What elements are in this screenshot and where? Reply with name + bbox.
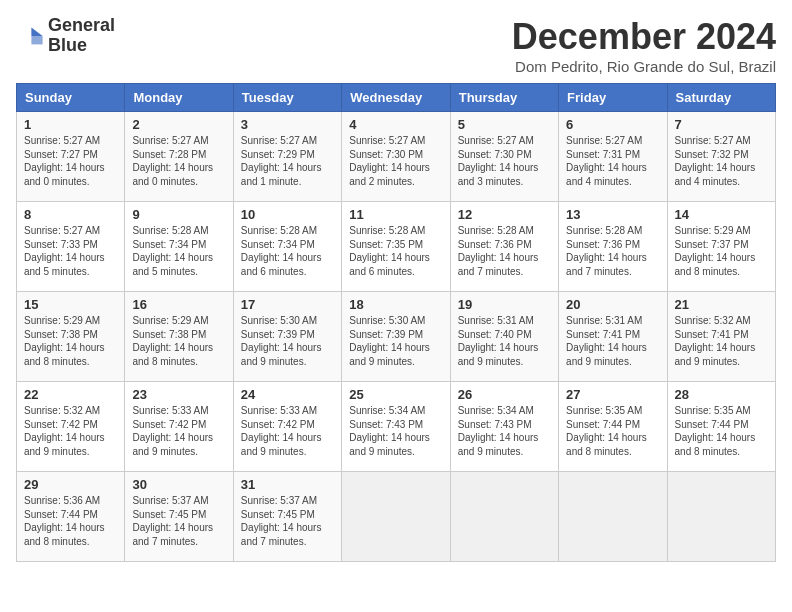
cell-content: Sunrise: 5:28 AM Sunset: 7:36 PM Dayligh…: [566, 224, 659, 278]
calendar-cell: 20 Sunrise: 5:31 AM Sunset: 7:41 PM Dayl…: [559, 292, 667, 382]
calendar-weekday-header: Monday: [125, 84, 233, 112]
cell-content: Sunrise: 5:28 AM Sunset: 7:34 PM Dayligh…: [132, 224, 225, 278]
day-number: 24: [241, 387, 334, 402]
title-block: December 2024 Dom Pedrito, Rio Grande do…: [512, 16, 776, 75]
cell-content: Sunrise: 5:37 AM Sunset: 7:45 PM Dayligh…: [241, 494, 334, 548]
day-number: 26: [458, 387, 551, 402]
cell-content: Sunrise: 5:31 AM Sunset: 7:41 PM Dayligh…: [566, 314, 659, 368]
calendar-cell: 18 Sunrise: 5:30 AM Sunset: 7:39 PM Dayl…: [342, 292, 450, 382]
calendar-cell: 4 Sunrise: 5:27 AM Sunset: 7:30 PM Dayli…: [342, 112, 450, 202]
calendar-weekday-header: Friday: [559, 84, 667, 112]
day-number: 29: [24, 477, 117, 492]
calendar-weekday-header: Tuesday: [233, 84, 341, 112]
day-number: 12: [458, 207, 551, 222]
calendar-cell: 29 Sunrise: 5:36 AM Sunset: 7:44 PM Dayl…: [17, 472, 125, 562]
calendar-table: SundayMondayTuesdayWednesdayThursdayFrid…: [16, 83, 776, 562]
calendar-cell: 6 Sunrise: 5:27 AM Sunset: 7:31 PM Dayli…: [559, 112, 667, 202]
cell-content: Sunrise: 5:27 AM Sunset: 7:33 PM Dayligh…: [24, 224, 117, 278]
logo-line2: Blue: [48, 36, 115, 56]
location-title: Dom Pedrito, Rio Grande do Sul, Brazil: [512, 58, 776, 75]
cell-content: Sunrise: 5:27 AM Sunset: 7:30 PM Dayligh…: [458, 134, 551, 188]
cell-content: Sunrise: 5:27 AM Sunset: 7:29 PM Dayligh…: [241, 134, 334, 188]
day-number: 4: [349, 117, 442, 132]
calendar-weekday-header: Wednesday: [342, 84, 450, 112]
calendar-cell: 8 Sunrise: 5:27 AM Sunset: 7:33 PM Dayli…: [17, 202, 125, 292]
calendar-cell: 28 Sunrise: 5:35 AM Sunset: 7:44 PM Dayl…: [667, 382, 775, 472]
calendar-header-row: SundayMondayTuesdayWednesdayThursdayFrid…: [17, 84, 776, 112]
calendar-week-row: 22 Sunrise: 5:32 AM Sunset: 7:42 PM Dayl…: [17, 382, 776, 472]
day-number: 11: [349, 207, 442, 222]
day-number: 18: [349, 297, 442, 312]
calendar-cell: 1 Sunrise: 5:27 AM Sunset: 7:27 PM Dayli…: [17, 112, 125, 202]
day-number: 31: [241, 477, 334, 492]
calendar-cell: 22 Sunrise: 5:32 AM Sunset: 7:42 PM Dayl…: [17, 382, 125, 472]
calendar-cell: 15 Sunrise: 5:29 AM Sunset: 7:38 PM Dayl…: [17, 292, 125, 382]
day-number: 7: [675, 117, 768, 132]
cell-content: Sunrise: 5:35 AM Sunset: 7:44 PM Dayligh…: [566, 404, 659, 458]
calendar-cell: 9 Sunrise: 5:28 AM Sunset: 7:34 PM Dayli…: [125, 202, 233, 292]
calendar-cell: 23 Sunrise: 5:33 AM Sunset: 7:42 PM Dayl…: [125, 382, 233, 472]
cell-content: Sunrise: 5:27 AM Sunset: 7:32 PM Dayligh…: [675, 134, 768, 188]
cell-content: Sunrise: 5:27 AM Sunset: 7:31 PM Dayligh…: [566, 134, 659, 188]
logo-icon: [16, 22, 44, 50]
day-number: 23: [132, 387, 225, 402]
day-number: 30: [132, 477, 225, 492]
day-number: 28: [675, 387, 768, 402]
calendar-weekday-header: Saturday: [667, 84, 775, 112]
calendar-cell: [559, 472, 667, 562]
calendar-cell: 19 Sunrise: 5:31 AM Sunset: 7:40 PM Dayl…: [450, 292, 558, 382]
calendar-cell: 13 Sunrise: 5:28 AM Sunset: 7:36 PM Dayl…: [559, 202, 667, 292]
calendar-week-row: 29 Sunrise: 5:36 AM Sunset: 7:44 PM Dayl…: [17, 472, 776, 562]
calendar-cell: 5 Sunrise: 5:27 AM Sunset: 7:30 PM Dayli…: [450, 112, 558, 202]
cell-content: Sunrise: 5:33 AM Sunset: 7:42 PM Dayligh…: [241, 404, 334, 458]
day-number: 27: [566, 387, 659, 402]
day-number: 14: [675, 207, 768, 222]
calendar-cell: [342, 472, 450, 562]
calendar-cell: 10 Sunrise: 5:28 AM Sunset: 7:34 PM Dayl…: [233, 202, 341, 292]
cell-content: Sunrise: 5:28 AM Sunset: 7:36 PM Dayligh…: [458, 224, 551, 278]
svg-marker-2: [31, 36, 42, 44]
cell-content: Sunrise: 5:35 AM Sunset: 7:44 PM Dayligh…: [675, 404, 768, 458]
day-number: 5: [458, 117, 551, 132]
cell-content: Sunrise: 5:37 AM Sunset: 7:45 PM Dayligh…: [132, 494, 225, 548]
calendar-cell: 2 Sunrise: 5:27 AM Sunset: 7:28 PM Dayli…: [125, 112, 233, 202]
day-number: 21: [675, 297, 768, 312]
calendar-body: 1 Sunrise: 5:27 AM Sunset: 7:27 PM Dayli…: [17, 112, 776, 562]
calendar-cell: [450, 472, 558, 562]
day-number: 17: [241, 297, 334, 312]
calendar-cell: [667, 472, 775, 562]
cell-content: Sunrise: 5:28 AM Sunset: 7:34 PM Dayligh…: [241, 224, 334, 278]
calendar-cell: 25 Sunrise: 5:34 AM Sunset: 7:43 PM Dayl…: [342, 382, 450, 472]
cell-content: Sunrise: 5:27 AM Sunset: 7:28 PM Dayligh…: [132, 134, 225, 188]
day-number: 13: [566, 207, 659, 222]
calendar-cell: 12 Sunrise: 5:28 AM Sunset: 7:36 PM Dayl…: [450, 202, 558, 292]
cell-content: Sunrise: 5:29 AM Sunset: 7:38 PM Dayligh…: [24, 314, 117, 368]
calendar-week-row: 1 Sunrise: 5:27 AM Sunset: 7:27 PM Dayli…: [17, 112, 776, 202]
calendar-cell: 21 Sunrise: 5:32 AM Sunset: 7:41 PM Dayl…: [667, 292, 775, 382]
calendar-cell: 26 Sunrise: 5:34 AM Sunset: 7:43 PM Dayl…: [450, 382, 558, 472]
calendar-cell: 27 Sunrise: 5:35 AM Sunset: 7:44 PM Dayl…: [559, 382, 667, 472]
calendar-cell: 3 Sunrise: 5:27 AM Sunset: 7:29 PM Dayli…: [233, 112, 341, 202]
cell-content: Sunrise: 5:28 AM Sunset: 7:35 PM Dayligh…: [349, 224, 442, 278]
cell-content: Sunrise: 5:34 AM Sunset: 7:43 PM Dayligh…: [458, 404, 551, 458]
calendar-cell: 24 Sunrise: 5:33 AM Sunset: 7:42 PM Dayl…: [233, 382, 341, 472]
calendar-cell: 30 Sunrise: 5:37 AM Sunset: 7:45 PM Dayl…: [125, 472, 233, 562]
cell-content: Sunrise: 5:30 AM Sunset: 7:39 PM Dayligh…: [349, 314, 442, 368]
cell-content: Sunrise: 5:33 AM Sunset: 7:42 PM Dayligh…: [132, 404, 225, 458]
day-number: 22: [24, 387, 117, 402]
logo: General Blue: [16, 16, 115, 56]
cell-content: Sunrise: 5:31 AM Sunset: 7:40 PM Dayligh…: [458, 314, 551, 368]
day-number: 20: [566, 297, 659, 312]
calendar-weekday-header: Sunday: [17, 84, 125, 112]
day-number: 16: [132, 297, 225, 312]
header: General Blue December 2024 Dom Pedrito, …: [16, 16, 776, 75]
cell-content: Sunrise: 5:32 AM Sunset: 7:42 PM Dayligh…: [24, 404, 117, 458]
month-title: December 2024: [512, 16, 776, 58]
calendar-cell: 14 Sunrise: 5:29 AM Sunset: 7:37 PM Dayl…: [667, 202, 775, 292]
cell-content: Sunrise: 5:27 AM Sunset: 7:27 PM Dayligh…: [24, 134, 117, 188]
day-number: 3: [241, 117, 334, 132]
calendar-cell: 17 Sunrise: 5:30 AM Sunset: 7:39 PM Dayl…: [233, 292, 341, 382]
calendar-weekday-header: Thursday: [450, 84, 558, 112]
day-number: 9: [132, 207, 225, 222]
cell-content: Sunrise: 5:29 AM Sunset: 7:38 PM Dayligh…: [132, 314, 225, 368]
